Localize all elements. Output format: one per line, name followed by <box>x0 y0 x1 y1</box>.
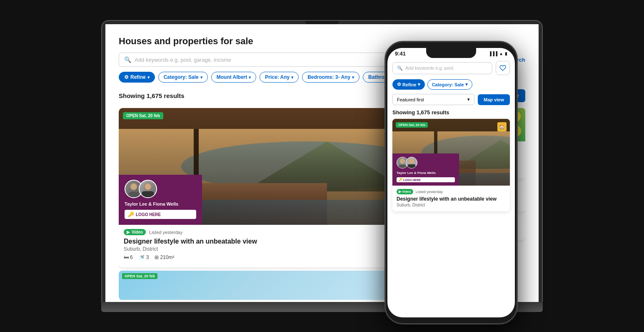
phone-category-label: Category: Sale <box>432 82 464 87</box>
baths-count: 3 <box>146 254 149 260</box>
open-home-badge: OPEN Sat, 20 feb <box>123 112 163 119</box>
svg-rect-10 <box>128 192 139 197</box>
phone-search-placeholder: Add keywords e.g. pool, <box>405 65 454 70</box>
svg-rect-13 <box>142 191 154 197</box>
laptop-notch <box>305 21 339 24</box>
location-filter-button[interactable]: Mount Albert ▾ <box>211 72 257 83</box>
category-chevron: ▾ <box>200 75 202 80</box>
agency-logo-box: 🔑 LOGO HERE <box>125 210 196 219</box>
phone-sort-dropdown[interactable]: Featured first ▾ <box>392 94 474 105</box>
search-placeholder: Add keywords e.g. pool, garage, income <box>135 57 231 63</box>
logo-label: LOGO HERE <box>136 212 161 217</box>
phone-video-tag: ▶ Video <box>397 189 413 194</box>
area-stat: ⊞ 210m² <box>155 254 174 260</box>
battery-icon: ▮ <box>505 51 507 56</box>
bed-icon: 🛏 <box>124 254 129 260</box>
bath-icon: 🚿 <box>139 254 145 260</box>
results-count: Showing 1,675 results <box>119 92 185 99</box>
agent-overlay: Taylor Lee & Fiona Wells 🔑 LOGO HERE <box>119 175 202 225</box>
signal-icon: ▐▐▐ <box>489 51 497 56</box>
phone-results-count: Showing 1,675 results <box>392 109 510 116</box>
svg-rect-41 <box>408 164 416 168</box>
phone-refine-button[interactable]: ⚙ Refine ▾ <box>392 79 425 90</box>
phone-avatar-female <box>406 157 417 169</box>
phone-sort-row: Featured first ▾ Map view <box>392 94 510 105</box>
phone-listing-suburb: Suburb, District <box>397 203 506 207</box>
phone-logo-box: 🔑 LOGO HERE <box>397 177 455 182</box>
location-chevron: ▾ <box>249 75 251 80</box>
agent-name: Taylor Lee & Fiona Wells <box>125 201 196 206</box>
phone-video-label: Video <box>402 190 411 194</box>
beds-count: 6 <box>130 254 133 260</box>
bedrooms-chevron: ▾ <box>352 75 354 80</box>
refine-icon: ⚙ <box>124 74 129 80</box>
phone-filters-row: ⚙ Refine ▾ Category: Sale ▾ <box>392 79 510 90</box>
phone-device: 9:41 ▐▐▐ ▲ ▮ 🔍 Add keywords e.g. pool, <box>384 41 518 324</box>
price-label: Price: Any <box>265 74 290 80</box>
area-icon: ⊞ <box>155 254 159 260</box>
phone-refine-icon: ⚙ <box>397 82 401 87</box>
phone-play-icon: ▶ <box>399 190 401 194</box>
video-label: Video <box>132 230 143 234</box>
laptop-device: Houses and properties for sale 🔍 Add key… <box>101 20 543 312</box>
phone-agent-avatars <box>397 157 455 169</box>
phone-category-button[interactable]: Category: Sale ▾ <box>427 79 472 90</box>
phone-search-input[interactable]: 🔍 Add keywords e.g. pool, <box>392 62 492 74</box>
phone-search-row: 🔍 Add keywords e.g. pool, <box>392 61 510 75</box>
phone-search-icon: 🔍 <box>397 65 403 71</box>
phone-frame: 9:41 ▐▐▐ ▲ ▮ 🔍 Add keywords e.g. pool, <box>384 41 518 324</box>
phone-notch <box>426 48 476 58</box>
area-value: 210m² <box>160 254 174 260</box>
phone-time: 9:41 <box>395 50 406 57</box>
phone-key-icon: 🔑 <box>399 178 402 181</box>
phone-listing-title: Designer lifestyle with an unbeatable vi… <box>397 196 506 202</box>
bedrooms-label: Bedrooms: 3- Any <box>307 74 350 80</box>
phone-listing-details: ▶ Video Listed yesterday Designer lifest… <box>392 186 510 211</box>
baths-stat: 🚿 3 <box>139 254 149 260</box>
phone-refine-label: Refine <box>402 82 417 87</box>
listed-date: Listed yesterday <box>149 230 182 235</box>
phone-sort-label: Featured first <box>397 97 424 102</box>
agent-avatars <box>125 180 196 198</box>
refine-label: Refine <box>130 74 146 80</box>
category-filter-button[interactable]: Category: Sale ▾ <box>158 72 208 83</box>
phone-tag-row: ▶ Video Listed yesterday <box>397 189 506 194</box>
phone-listed-date: Listed yesterday <box>416 190 443 194</box>
video-tag: ▶ Video <box>124 229 146 235</box>
play-icon: ▶ <box>127 230 130 234</box>
phone-featured-icon: 🏠 <box>497 122 507 131</box>
bedrooms-filter-button[interactable]: Bedrooms: 3- Any ▾ <box>302 72 359 83</box>
location-label: Mount Albert <box>217 74 247 80</box>
wifi-icon: ▲ <box>499 51 503 56</box>
phone-heart-icon <box>499 65 506 71</box>
phone-listing-card[interactable]: OPEN Sat, 20 feb 🏠 <box>392 119 510 211</box>
svg-point-40 <box>409 158 414 164</box>
price-chevron: ▾ <box>291 75 293 80</box>
beds-stat: 🛏 6 <box>124 254 133 260</box>
phone-refine-chevron: ▾ <box>418 82 420 87</box>
svg-point-38 <box>400 158 405 164</box>
category-label: Category: Sale <box>164 74 199 80</box>
phone-agent-name: Taylor Lee & Fiona Wells <box>397 171 455 175</box>
phone-open-badge: OPEN Sat, 20 feb <box>396 122 428 128</box>
phone-status-icons: ▐▐▐ ▲ ▮ <box>489 51 507 56</box>
phone-agent-overlay: Taylor Lee & Fiona Wells 🔑 LOGO HERE <box>392 153 459 186</box>
price-filter-button[interactable]: Price: Any ▾ <box>260 72 299 83</box>
svg-point-9 <box>131 184 137 190</box>
phone-sort-chevron: ▾ <box>467 97 470 102</box>
phone-screen: 9:41 ▐▐▐ ▲ ▮ 🔍 Add keywords e.g. pool, <box>387 48 515 317</box>
agent-avatar-female <box>139 180 157 198</box>
phone-logo-label: LOGO HERE <box>403 179 421 181</box>
phone-map-button[interactable]: Map view <box>478 94 510 105</box>
open-home-badge-2: OPEN Sat, 20 feb <box>122 273 157 279</box>
svg-rect-39 <box>399 165 406 168</box>
refine-button[interactable]: ⚙ Refine ▾ <box>119 72 155 83</box>
svg-point-12 <box>145 184 151 190</box>
refine-chevron: ▾ <box>147 75 150 80</box>
search-icon: 🔍 <box>124 56 131 63</box>
phone-save-search-button[interactable] <box>496 61 510 75</box>
phone-content: 🔍 Add keywords e.g. pool, ⚙ <box>387 58 515 315</box>
phone-category-chevron: ▾ <box>465 82 468 87</box>
phone-listing-image: OPEN Sat, 20 feb 🏠 <box>392 119 510 186</box>
key-icon: 🔑 <box>128 211 134 217</box>
